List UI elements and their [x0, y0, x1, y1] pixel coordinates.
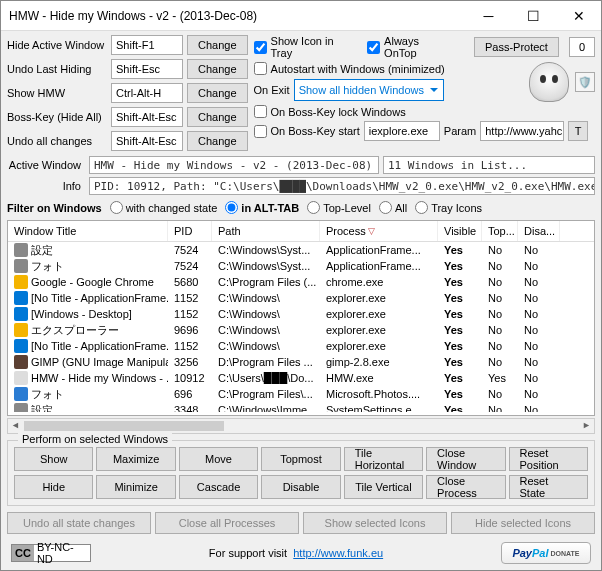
actions-group: Perform on selected Windows ShowMaximize… — [7, 440, 595, 506]
support-text: For support visit http://www.funk.eu — [209, 547, 383, 559]
app-icon — [14, 307, 28, 321]
filter-changed-radio[interactable]: with changed state — [110, 201, 218, 214]
action-reset-position[interactable]: Reset Position — [509, 447, 588, 471]
info-value: PID: 10912, Path: "C:\Users\████\Downloa… — [89, 177, 595, 195]
column-header-3[interactable]: Process▽ — [320, 221, 438, 241]
filter-toplevel-radio[interactable]: Top-Level — [307, 201, 371, 214]
param-label: Param — [444, 125, 476, 137]
titlebar: HMW - Hide my Windows - v2 - (2013-Dec-0… — [1, 1, 601, 31]
boss-start-field[interactable]: iexplore.exe — [364, 121, 440, 141]
boss-lock-checkbox[interactable]: On Boss-Key lock Windows — [254, 105, 445, 118]
app-icon — [14, 291, 28, 305]
table-row[interactable]: [Windows - Desktop] 1152C:\Windows\explo… — [8, 306, 594, 322]
table-row[interactable]: フォト 7524C:\Windows\Syst...ApplicationFra… — [8, 258, 594, 274]
hotkey-change-3[interactable]: Change — [187, 107, 248, 127]
close-button[interactable]: ✕ — [556, 1, 601, 30]
filter-all-radio[interactable]: All — [379, 201, 407, 214]
window-table[interactable]: Window TitlePIDPathProcess▽VisibleTop...… — [7, 220, 595, 416]
table-row[interactable]: Google - Google Chrome 5680C:\Program Fi… — [8, 274, 594, 290]
bottom-show-selected-icons[interactable]: Show selected Icons — [303, 512, 447, 534]
hotkey-label-0: Hide Active Window — [7, 39, 107, 51]
info-label: Info — [7, 180, 85, 192]
hotkey-change-0[interactable]: Change — [187, 35, 248, 55]
param-field[interactable]: http://www.yahc — [480, 121, 564, 141]
always-ontop-checkbox[interactable]: Always OnTop — [367, 35, 454, 59]
hotkey-field-0[interactable]: Shift-F1 — [111, 35, 183, 55]
show-tray-checkbox[interactable]: Show Icon in Tray — [254, 35, 358, 59]
hotkey-label-3: Boss-Key (Hide All) — [7, 111, 107, 123]
app-icon — [14, 275, 28, 289]
bottom-close-all-processes[interactable]: Close all Processes — [155, 512, 299, 534]
hotkey-field-1[interactable]: Shift-Esc — [111, 59, 183, 79]
filter-tray-radio[interactable]: Tray Icons — [415, 201, 482, 214]
hotkey-change-2[interactable]: Change — [187, 83, 248, 103]
column-header-1[interactable]: PID — [168, 221, 212, 241]
hotkey-field-3[interactable]: Shift-Alt-Esc — [111, 107, 183, 127]
action-tile-vertical[interactable]: Tile Vertical — [344, 475, 423, 499]
table-row[interactable]: 設定 3348C:\Windows\Imme...SystemSettings.… — [8, 402, 594, 412]
bottom-hide-selected-icons[interactable]: Hide selected Icons — [451, 512, 595, 534]
filter-alttab-radio[interactable]: in ALT-TAB — [225, 201, 299, 214]
hotkey-label-4: Undo all changes — [7, 135, 107, 147]
active-window-label: Active Window — [7, 159, 85, 171]
maximize-button[interactable]: ☐ — [511, 1, 556, 30]
table-row[interactable]: HMW - Hide my Windows - ... 10912C:\User… — [8, 370, 594, 386]
ghost-icon — [529, 62, 569, 102]
sort-indicator-icon: ▽ — [368, 226, 375, 236]
window-count: 11 Windows in List... — [383, 156, 595, 174]
actions-legend: Perform on selected Windows — [18, 433, 172, 445]
autostart-checkbox[interactable]: Autostart with Windows (minimized) — [254, 62, 445, 75]
horizontal-scrollbar[interactable] — [7, 418, 595, 434]
action-tile-horizontal[interactable]: Tile Horizontal — [344, 447, 423, 471]
column-header-2[interactable]: Path — [212, 221, 320, 241]
action-maximize[interactable]: Maximize — [96, 447, 175, 471]
table-row[interactable]: GIMP (GNU Image Manipulati... 3256D:\Pro… — [8, 354, 594, 370]
minimize-button[interactable]: ─ — [466, 1, 511, 30]
app-icon — [14, 259, 28, 273]
bottom-undo-all-state-changes[interactable]: Undo all state changes — [7, 512, 151, 534]
shield-button[interactable]: 🛡️ — [575, 72, 595, 92]
filter-label: Filter on Windows — [7, 202, 102, 214]
action-reset-state[interactable]: Reset State — [509, 475, 588, 499]
boss-start-checkbox[interactable]: On Boss-Key start — [254, 125, 360, 138]
action-disable[interactable]: Disable — [261, 475, 340, 499]
hotkey-label-1: Undo Last Hiding — [7, 63, 107, 75]
app-icon — [14, 403, 28, 412]
active-window-value: HMW - Hide my Windows - v2 - (2013-Dec-0… — [89, 156, 379, 174]
table-row[interactable]: エクスプローラー 9696C:\Windows\explorer.exe Yes… — [8, 322, 594, 338]
action-hide[interactable]: Hide — [14, 475, 93, 499]
on-exit-select[interactable]: Show all hidden Windows — [294, 79, 444, 101]
cc-badge[interactable]: CCBY-NC-ND — [11, 544, 91, 562]
window-title: HMW - Hide my Windows - v2 - (2013-Dec-0… — [9, 9, 466, 23]
paypal-donate-button[interactable]: PayPalDONATE — [501, 542, 591, 564]
table-row[interactable]: フォト 696C:\Program Files\...Microsoft.Pho… — [8, 386, 594, 402]
hotkey-change-1[interactable]: Change — [187, 59, 248, 79]
pass-protect-button[interactable]: Pass-Protect — [474, 37, 559, 57]
hotkey-field-4[interactable]: Shift-Alt-Esc — [111, 131, 183, 151]
action-minimize[interactable]: Minimize — [96, 475, 175, 499]
hotkey-field-2[interactable]: Ctrl-Alt-H — [111, 83, 183, 103]
column-header-5[interactable]: Top... — [482, 221, 518, 241]
hotkey-change-4[interactable]: Change — [187, 131, 248, 151]
table-row[interactable]: 設定 7524C:\Windows\Syst...ApplicationFram… — [8, 242, 594, 258]
column-header-0[interactable]: Window Title — [8, 221, 168, 241]
column-header-6[interactable]: Disa... — [518, 221, 560, 241]
action-show[interactable]: Show — [14, 447, 93, 471]
app-icon — [14, 243, 28, 257]
action-close-process[interactable]: Close Process — [426, 475, 505, 499]
app-icon — [14, 371, 28, 385]
action-move[interactable]: Move — [179, 447, 258, 471]
app-icon — [14, 355, 28, 369]
action-cascade[interactable]: Cascade — [179, 475, 258, 499]
action-close-window[interactable]: Close Window — [426, 447, 505, 471]
column-header-4[interactable]: Visible — [438, 221, 482, 241]
table-row[interactable]: [No Title - ApplicationFrame... 1152C:\W… — [8, 290, 594, 306]
table-row[interactable]: [No Title - ApplicationFrame... 1152C:\W… — [8, 338, 594, 354]
support-link[interactable]: http://www.funk.eu — [293, 547, 383, 559]
app-icon — [14, 339, 28, 353]
t-button[interactable]: T — [568, 121, 588, 141]
app-icon — [14, 323, 28, 337]
pass-count-field[interactable]: 0 — [569, 37, 595, 57]
on-exit-label: On Exit — [254, 84, 290, 96]
action-topmost[interactable]: Topmost — [261, 447, 340, 471]
